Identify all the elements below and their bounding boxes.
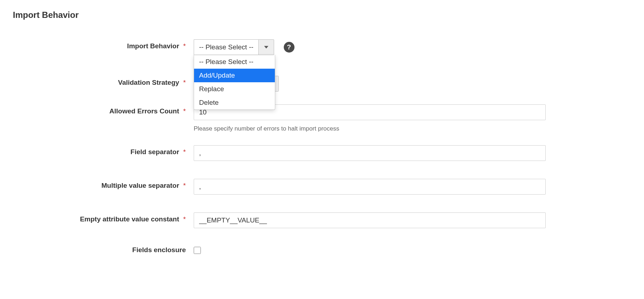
multi-separator-input[interactable] [194, 179, 546, 195]
required-marker: * [183, 42, 186, 50]
dropdown-option-please-select[interactable]: -- Please Select -- [194, 55, 275, 69]
dropdown-option-replace[interactable]: Replace [194, 82, 275, 96]
label-text: Field separator [130, 148, 179, 156]
label-validation-strategy: Validation Strategy * [0, 76, 189, 87]
dropdown-option-delete[interactable]: Delete [194, 96, 275, 109]
label-empty-value: Empty attribute value constant * [0, 212, 189, 223]
import-behavior-form: Import Behavior * -- Please Select -- --… [0, 24, 644, 255]
field-import-behavior: -- Please Select -- -- Please Select -- … [189, 39, 294, 55]
label-text: Empty attribute value constant [80, 215, 179, 223]
required-marker: * [183, 79, 186, 86]
import-behavior-dropdown: -- Please Select -- Add/Update Replace D… [194, 55, 275, 110]
help-icon[interactable]: ? [284, 42, 294, 53]
required-marker: * [183, 107, 186, 115]
row-fields-enclosure: Fields enclosure [0, 243, 644, 255]
label-text: Multiple value separator [101, 182, 179, 189]
field-empty-value [189, 212, 546, 228]
label-text: Validation Strategy [118, 79, 179, 86]
field-field-separator [189, 145, 546, 161]
row-field-separator: Field separator * [0, 145, 644, 161]
label-fields-enclosure: Fields enclosure [0, 243, 189, 254]
required-marker: * [183, 148, 186, 156]
section-title: Import Behavior [0, 0, 644, 24]
fields-enclosure-checkbox[interactable] [194, 247, 201, 254]
dropdown-option-add-update[interactable]: Add/Update [194, 69, 275, 82]
label-allowed-errors: Allowed Errors Count * [0, 104, 189, 115]
field-separator-input[interactable] [194, 145, 546, 161]
row-import-behavior: Import Behavior * -- Please Select -- --… [0, 39, 644, 55]
required-marker: * [183, 182, 186, 189]
allowed-errors-hint: Please specify number of errors to halt … [194, 125, 546, 132]
row-allowed-errors: Allowed Errors Count * Please specify nu… [0, 104, 644, 132]
row-empty-value: Empty attribute value constant * [0, 212, 644, 228]
label-text: Fields enclosure [132, 246, 186, 254]
label-multi-separator: Multiple value separator * [0, 179, 189, 190]
row-validation-strategy: Validation Strategy * [0, 76, 644, 92]
label-field-separator: Field separator * [0, 145, 189, 156]
field-multi-separator [189, 179, 546, 195]
label-text: Import Behavior [127, 42, 179, 50]
empty-value-input[interactable] [194, 212, 546, 228]
field-fields-enclosure [189, 243, 201, 255]
required-marker: * [183, 215, 186, 223]
field-validation-strategy [189, 76, 194, 92]
row-multi-separator: Multiple value separator * [0, 179, 644, 195]
label-text: Allowed Errors Count [109, 107, 179, 115]
import-behavior-select[interactable]: -- Please Select -- -- Please Select -- … [194, 39, 274, 55]
chevron-down-icon[interactable] [258, 39, 274, 55]
label-import-behavior: Import Behavior * [0, 39, 189, 50]
select-display[interactable]: -- Please Select -- [194, 39, 258, 55]
